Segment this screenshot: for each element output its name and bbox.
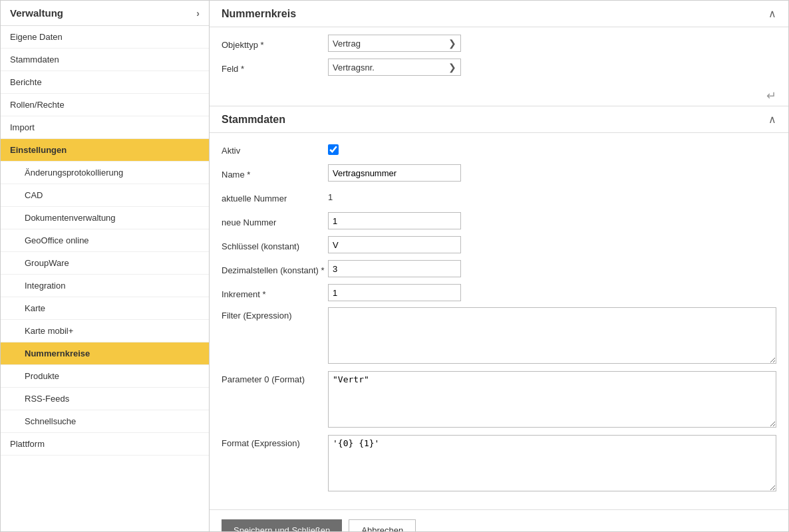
sidebar-item-produkte[interactable]: Produkte — [1, 365, 209, 388]
nummernkreis-title: Nummernkreis — [222, 8, 296, 20]
sidebar-item-berichte[interactable]: Berichte — [1, 71, 209, 94]
filter-label: Filter (Expression) — [222, 307, 328, 321]
inkrement-row: Inkrement * — [222, 283, 776, 302]
feld-select[interactable]: Vertragsnr. ❯ — [328, 59, 461, 76]
schluessel-field — [328, 236, 776, 253]
cancel-button[interactable]: Abbrechen — [349, 519, 416, 531]
nummernkreis-divider: ↵ — [210, 86, 788, 106]
sidebar-expand-icon[interactable]: › — [196, 8, 200, 19]
stammdaten-section-header: Stammdaten ∧ — [210, 106, 788, 133]
nummernkreis-form: Objekttyp * Vertrag ❯ Feld * Vertragsnr.… — [210, 27, 788, 86]
sidebar-item-integration[interactable]: Integration — [1, 275, 209, 297]
sidebar-item-nummernkreise[interactable]: Nummernkreise — [1, 342, 209, 365]
stammdaten-form: Aktiv Name * aktuelle Nummer 1 — [210, 133, 788, 503]
aktuelle-nummer-field: 1 — [328, 192, 776, 202]
parameter0-label: Parameter 0 (Format) — [222, 371, 328, 384]
nummernkreis-collapse-icon[interactable]: ∧ — [768, 7, 776, 20]
main-content: Nummernkreis ∧ Objekttyp * Vertrag ❯ Fel… — [210, 1, 788, 531]
filter-row: Filter (Expression) — [222, 307, 776, 366]
dezimalstellen-label: Dezimalstellen (konstant) * — [222, 262, 328, 275]
aktiv-field — [328, 142, 776, 157]
feld-label: Feld * — [222, 61, 328, 74]
sidebar-item-stammdaten[interactable]: Stammdaten — [1, 49, 209, 71]
feld-value: Vertragsnr. — [333, 63, 375, 72]
neue-nummer-label: neue Nummer — [222, 214, 328, 227]
schluessel-label: Schlüssel (konstant) — [222, 238, 328, 251]
format-field: '{0} {1}' — [328, 435, 776, 493]
aktuelle-nummer-row: aktuelle Nummer 1 — [222, 188, 776, 206]
sidebar-item-cad[interactable]: CAD — [1, 184, 209, 207]
schluessel-row: Schlüssel (konstant) — [222, 235, 776, 254]
button-bar: Speichern und Schließen Abbrechen — [210, 509, 788, 531]
format-textarea[interactable]: '{0} {1}' — [328, 435, 776, 491]
aktiv-checkbox[interactable] — [328, 144, 339, 155]
format-row: Format (Expression) '{0} {1}' — [222, 435, 776, 493]
schluessel-input[interactable] — [328, 236, 461, 253]
filter-textarea[interactable] — [328, 307, 776, 364]
sidebar-item-dokumentenverwaltung[interactable]: Dokumentenverwaltung — [1, 207, 209, 229]
neue-nummer-row: neue Nummer — [222, 211, 776, 230]
sidebar-title: Verwaltung — [10, 7, 63, 19]
sidebar: Verwaltung › Eigene Daten Stammdaten Ber… — [1, 1, 210, 531]
sidebar-item-import[interactable]: Import — [1, 116, 209, 139]
feld-field: Vertragsnr. ❯ — [328, 59, 776, 76]
aktuelle-nummer-value: 1 — [328, 189, 333, 202]
stammdaten-collapse-icon[interactable]: ∧ — [768, 113, 776, 126]
stammdaten-section: Stammdaten ∧ Aktiv Name * — [210, 106, 788, 503]
parameter0-row: Parameter 0 (Format) "Vertr" — [222, 371, 776, 430]
sidebar-item-eigene-daten[interactable]: Eigene Daten — [1, 26, 209, 49]
objekttyp-field: Vertrag ❯ — [328, 35, 776, 52]
feld-row: Feld * Vertragsnr. ❯ — [222, 58, 776, 76]
inkrement-label: Inkrement * — [222, 286, 328, 299]
dezimalstellen-input[interactable] — [328, 260, 461, 277]
save-button[interactable]: Speichern und Schließen — [222, 519, 342, 531]
sidebar-item-karte[interactable]: Karte — [1, 297, 209, 320]
parameter0-field: "Vertr" — [328, 371, 776, 430]
dezimalstellen-field — [328, 260, 776, 277]
sidebar-item-aenderungsprotokollierung[interactable]: Änderungsprotokollierung — [1, 162, 209, 184]
sidebar-item-groupware[interactable]: GroupWare — [1, 252, 209, 275]
feld-arrow-icon: ❯ — [448, 62, 456, 72]
sidebar-item-rss-feeds[interactable]: RSS-Feeds — [1, 388, 209, 410]
filter-field — [328, 307, 776, 366]
inkrement-input[interactable] — [328, 284, 461, 301]
inkrement-field — [328, 284, 776, 301]
format-label: Format (Expression) — [222, 435, 328, 448]
sidebar-item-schnellsuche[interactable]: Schnellsuche — [1, 410, 209, 433]
name-label: Name * — [222, 166, 328, 180]
dezimalstellen-row: Dezimalstellen (konstant) * — [222, 259, 776, 278]
name-row: Name * — [222, 164, 776, 182]
nummernkreis-section-header: Nummernkreis ∧ — [210, 1, 788, 27]
name-input[interactable] — [328, 164, 461, 182]
objekttyp-arrow-icon: ❯ — [448, 38, 456, 49]
objekttyp-value: Vertrag — [333, 39, 361, 49]
sidebar-item-einstellungen[interactable]: Einstellungen — [1, 139, 209, 162]
sidebar-item-rollen-rechte[interactable]: Rollen/Rechte — [1, 94, 209, 116]
name-field — [328, 164, 776, 182]
undo-icon[interactable]: ↵ — [766, 88, 776, 103]
stammdaten-title: Stammdaten — [222, 114, 285, 126]
neue-nummer-field — [328, 212, 776, 229]
sidebar-item-plattform[interactable]: Plattform — [1, 433, 209, 456]
aktiv-label: Aktiv — [222, 142, 328, 156]
sidebar-header: Verwaltung › — [1, 1, 209, 26]
parameter0-textarea[interactable]: "Vertr" — [328, 371, 776, 428]
aktuelle-nummer-label: aktuelle Nummer — [222, 190, 328, 203]
neue-nummer-input[interactable] — [328, 212, 461, 229]
aktiv-row: Aktiv — [222, 140, 776, 158]
objekttyp-row: Objekttyp * Vertrag ❯ — [222, 34, 776, 53]
sidebar-item-karte-mobil[interactable]: Karte mobil+ — [1, 320, 209, 342]
sidebar-item-geooffice-online[interactable]: GeoOffice online — [1, 229, 209, 252]
objekttyp-select[interactable]: Vertrag ❯ — [328, 35, 461, 52]
objekttyp-label: Objekttyp * — [222, 37, 328, 50]
